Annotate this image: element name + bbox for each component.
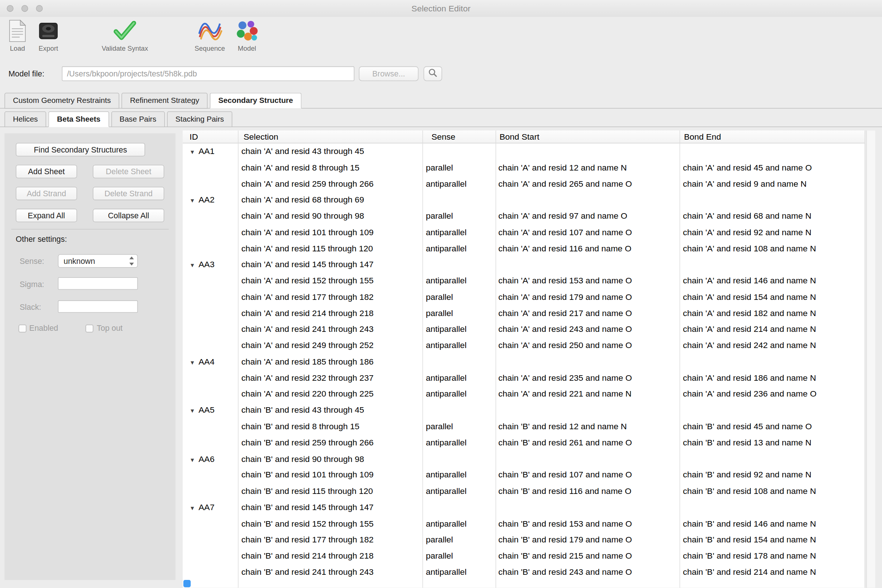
add-sheet-button[interactable]: Add Sheet <box>16 165 77 178</box>
load-button[interactable]: Load <box>1 19 34 52</box>
column-divider <box>680 130 680 588</box>
cell-selection: chain 'B' and resid 241 through 243 <box>238 564 422 580</box>
tab-custom-geometry-restraints[interactable]: Custom Geometry Restraints <box>4 93 119 109</box>
cell-bond-start: chain 'A' and resid 235 and name O <box>495 370 680 386</box>
cell-sense <box>422 451 495 467</box>
tab-secondary-structure[interactable]: Secondary Structure <box>210 93 302 109</box>
column-header-bond-start[interactable]: Bond Start <box>495 130 680 143</box>
sense-dropdown[interactable]: unknown <box>58 254 138 268</box>
cell-selection: chain 'B' and resid 152 through 155 <box>238 516 422 532</box>
chevron-down-icon <box>129 263 134 266</box>
table-row[interactable]: ▼ chain 'B' and resid 8 through 15 paral… <box>183 418 865 435</box>
slack-input[interactable] <box>58 300 138 313</box>
column-header-id[interactable]: ID <box>183 130 238 143</box>
cell-selection: chain 'A' and resid 43 through 45 <box>238 143 422 159</box>
cell-bond-end: chain 'B' and resid 214 and name N <box>680 564 865 580</box>
table-row[interactable]: ▼AA1 chain 'A' and resid 43 through 45 <box>183 143 865 159</box>
table-row[interactable]: ▼ chain 'A' and resid 259 through 266 an… <box>183 176 865 192</box>
table-row[interactable]: ▼ chain 'B' and resid 115 through 120 an… <box>183 483 865 500</box>
cell-bond-start <box>495 451 680 467</box>
cell-bond-start: chain 'A' and resid 12 and name N <box>495 159 680 176</box>
cell-bond-start: chain 'A' and resid 153 and name O <box>495 273 680 289</box>
table-row[interactable]: ▼ chain 'A' and resid 177 through 182 pa… <box>183 289 865 305</box>
cell-id: ▼ <box>183 208 238 224</box>
delete-sheet-button[interactable]: Delete Sheet <box>93 165 164 178</box>
model-button[interactable]: Model <box>230 19 264 52</box>
enabled-checkbox[interactable] <box>19 324 27 332</box>
browse-button[interactable]: Browse... <box>359 66 418 81</box>
cell-id: ▼ <box>183 224 238 240</box>
cell-id: ▼ <box>183 564 238 580</box>
table-row[interactable]: ▼ chain 'A' and resid 241 through 243 an… <box>183 322 865 338</box>
table-row[interactable]: ▼ chain 'A' and resid 8 through 15 paral… <box>183 159 865 176</box>
sequence-button[interactable]: Sequence <box>190 19 230 52</box>
column-header-bond-end[interactable]: Bond End <box>680 130 865 143</box>
tab-stacking-pairs[interactable]: Stacking Pairs <box>167 111 232 127</box>
tab-refinement-strategy[interactable]: Refinement Strategy <box>122 93 208 109</box>
cell-selection: chain 'B' and resid 177 through 182 <box>238 532 422 548</box>
table-row[interactable]: ▼ chain 'A' and resid 115 through 120 an… <box>183 240 865 256</box>
cell-bond-start <box>495 257 680 273</box>
cell-id: ▼ <box>183 289 238 305</box>
cell-sense: parallel <box>422 159 495 176</box>
cell-sense: antiparallel <box>422 322 495 338</box>
cell-selection: chain 'A' and resid 8 through 15 <box>238 159 422 176</box>
cell-selection: chain 'B' and resid 259 through 266 <box>238 435 422 451</box>
table-row[interactable]: ▼ chain 'A' and resid 101 through 109 an… <box>183 224 865 240</box>
table-row[interactable]: ▼ chain 'B' and resid 259 through 266 an… <box>183 435 865 451</box>
top-out-checkbox[interactable] <box>86 324 93 332</box>
disclosure-triangle-icon[interactable]: ▼ <box>190 501 198 516</box>
table-row[interactable]: ▼ chain 'B' and resid 241 through 243 an… <box>183 564 865 580</box>
expand-all-button[interactable]: Expand All <box>16 209 77 222</box>
delete-strand-button[interactable]: Delete Strand <box>93 187 164 200</box>
table-row[interactable]: ▼ chain 'B' and resid 152 through 155 an… <box>183 516 865 532</box>
tab-beta-sheets[interactable]: Beta Sheets <box>48 111 109 127</box>
table-row[interactable]: ▼ chain 'B' and resid 177 through 182 pa… <box>183 532 865 548</box>
table-row[interactable]: ▼ chain 'A' and resid 220 through 225 an… <box>183 386 865 402</box>
find-secondary-structures-button[interactable]: Find Secondary Structures <box>16 143 145 156</box>
disclosure-triangle-icon[interactable]: ▼ <box>190 258 198 273</box>
disclosure-triangle-icon[interactable]: ▼ <box>190 193 198 208</box>
table-row[interactable]: ▼ chain 'B' and resid 101 through 109 an… <box>183 467 865 483</box>
export-button[interactable]: Export <box>32 19 65 52</box>
table-row[interactable]: ▼AA2 chain 'A' and resid 68 through 69 <box>183 192 865 208</box>
primary-tab-bar: Custom Geometry Restraints Refinement St… <box>0 93 882 109</box>
model-file-input[interactable] <box>62 66 354 81</box>
table-row[interactable]: ▼AA6 chain 'B' and resid 90 through 98 <box>183 451 865 467</box>
disclosure-triangle-icon[interactable]: ▼ <box>190 452 198 467</box>
validate-syntax-button[interactable]: Validate Syntax <box>93 19 157 52</box>
cell-selection: chain 'A' and resid 68 through 69 <box>238 192 422 208</box>
table-row[interactable]: ▼ chain 'A' and resid 152 through 155 an… <box>183 273 865 289</box>
disclosure-triangle-icon[interactable]: ▼ <box>190 144 198 159</box>
table-row[interactable]: ▼ chain 'A' and resid 232 through 237 an… <box>183 370 865 386</box>
search-button[interactable] <box>424 66 442 81</box>
cell-bond-start <box>495 143 680 159</box>
window-title: Selection Editor <box>0 0 882 17</box>
table-row[interactable]: ▼ chain 'A' and resid 90 through 98 para… <box>183 208 865 224</box>
cell-bond-end <box>680 354 865 370</box>
table-row[interactable]: ▼ chain 'A' and resid 249 through 252 an… <box>183 338 865 354</box>
cell-bond-end: chain 'B' and resid 92 and name N <box>680 467 865 483</box>
add-strand-button[interactable]: Add Strand <box>16 187 77 200</box>
tab-base-pairs[interactable]: Base Pairs <box>111 111 165 127</box>
column-header-selection[interactable]: Selection <box>238 130 422 143</box>
horizontal-scrollbar-thumb[interactable] <box>183 580 191 587</box>
cell-bond-end <box>680 500 865 516</box>
table-row[interactable]: ▼AA7 chain 'B' and resid 145 through 147 <box>183 500 865 516</box>
collapse-all-button[interactable]: Collapse All <box>93 209 164 222</box>
column-header-sense[interactable]: Sense <box>422 130 495 143</box>
vertical-scrollbar[interactable] <box>866 130 875 588</box>
cell-sense: antiparallel <box>422 370 495 386</box>
cell-id: ▼ <box>183 516 238 532</box>
tab-helices[interactable]: Helices <box>4 111 46 127</box>
cell-selection: chain 'A' and resid 259 through 266 <box>238 176 422 192</box>
cell-sense: antiparallel <box>422 338 495 354</box>
sigma-input[interactable] <box>58 278 138 290</box>
disclosure-triangle-icon[interactable]: ▼ <box>190 404 198 418</box>
table-row[interactable]: ▼ chain 'A' and resid 214 through 218 pa… <box>183 305 865 322</box>
disclosure-triangle-icon[interactable]: ▼ <box>190 355 198 370</box>
table-row[interactable]: ▼ chain 'B' and resid 214 through 218 pa… <box>183 548 865 564</box>
table-row[interactable]: ▼AA4 chain 'A' and resid 185 through 186 <box>183 354 865 370</box>
table-row[interactable]: ▼AA5 chain 'B' and resid 43 through 45 <box>183 402 865 418</box>
table-row[interactable]: ▼AA3 chain 'A' and resid 145 through 147 <box>183 257 865 273</box>
